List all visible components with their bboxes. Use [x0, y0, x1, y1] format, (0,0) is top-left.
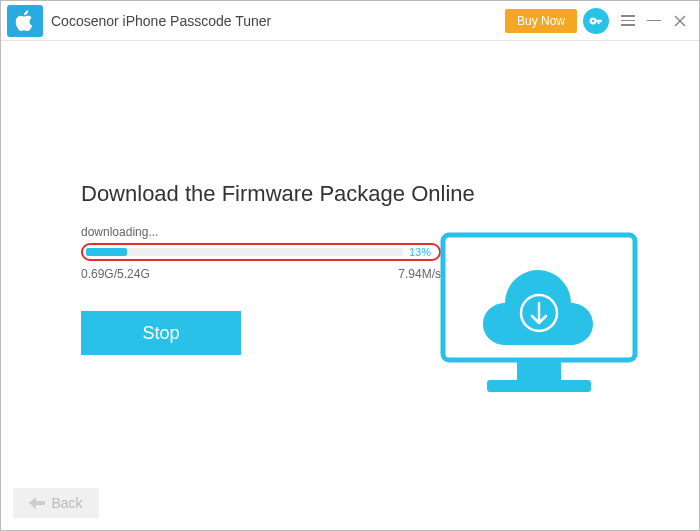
close-button[interactable] — [667, 8, 693, 34]
main-content: Download the Firmware Package Online dow… — [1, 41, 699, 355]
close-icon — [674, 15, 686, 27]
download-stats: 0.69G/5.24G 7.94M/s — [81, 267, 441, 281]
buy-now-button[interactable]: Buy Now — [505, 9, 577, 33]
back-button: Back — [13, 488, 99, 518]
progress-bar — [86, 248, 403, 256]
page-heading: Download the Firmware Package Online — [81, 181, 639, 207]
app-title: Cocosenor iPhone Passcode Tuner — [51, 13, 271, 29]
minimize-button[interactable] — [641, 8, 667, 34]
svg-rect-2 — [487, 380, 591, 392]
downloaded-size-label: 0.69G/5.24G — [81, 267, 398, 281]
download-illustration — [439, 231, 639, 405]
register-key-button[interactable] — [583, 8, 609, 34]
progress-percent-label: 13% — [409, 246, 431, 258]
app-logo-icon — [7, 5, 43, 37]
progress-highlight-ring: 13% — [81, 243, 441, 261]
menu-button[interactable] — [615, 8, 641, 34]
back-arrow-icon — [29, 497, 45, 509]
progress-fill — [86, 248, 127, 256]
stop-button[interactable]: Stop — [81, 311, 241, 355]
apple-icon — [15, 10, 35, 32]
monitor-cloud-icon — [439, 231, 639, 401]
back-label: Back — [51, 495, 82, 511]
key-icon — [589, 14, 603, 28]
hamburger-icon — [621, 15, 635, 26]
download-speed-label: 7.94M/s — [398, 267, 441, 281]
titlebar: Cocosenor iPhone Passcode Tuner Buy Now — [1, 1, 699, 41]
minimize-icon — [647, 20, 661, 22]
svg-rect-1 — [517, 360, 561, 380]
